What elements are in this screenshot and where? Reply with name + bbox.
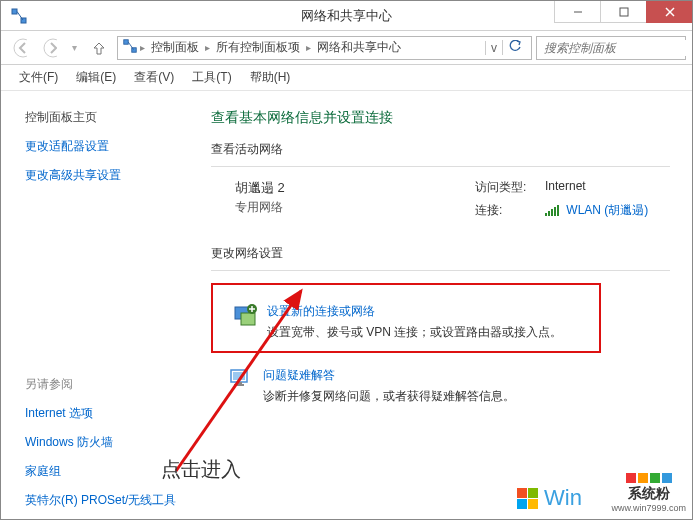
svg-rect-9 — [124, 40, 128, 44]
change-adapter-link[interactable]: 更改适配器设置 — [25, 138, 181, 155]
highlighted-region: 设置新的连接或网络 设置宽带、拨号或 VPN 连接；或设置路由器或接入点。 — [211, 283, 601, 353]
divider — [211, 166, 670, 167]
titlebar: 网络和共享中心 — [1, 1, 692, 31]
menu-bar: 文件(F) 编辑(E) 查看(V) 工具(T) 帮助(H) — [1, 65, 692, 91]
watermark-win-text: Win — [544, 485, 582, 511]
watermark-site-url: www.win7999.com — [611, 503, 686, 513]
content-area: 查看基本网络信息并设置连接 查看活动网络 胡邋遢 2 专用网络 访问类型: In… — [201, 91, 692, 519]
menu-file[interactable]: 文件(F) — [11, 66, 66, 89]
watermark-dots-icon — [611, 473, 686, 483]
chevron-right-icon: ▸ — [203, 42, 212, 53]
connections-label: 连接: — [475, 202, 545, 219]
windows-logo-icon — [517, 488, 538, 509]
troubleshoot-action[interactable]: 问题疑难解答 诊断并修复网络问题，或者获得疑难解答信息。 — [229, 367, 670, 405]
connection-link[interactable]: WLAN (胡邋遢) — [566, 203, 648, 217]
menu-edit[interactable]: 编辑(E) — [68, 66, 124, 89]
svg-rect-0 — [12, 9, 17, 14]
watermark-site: 系统粉 www.win7999.com — [611, 473, 686, 513]
setup-new-connection-action[interactable]: 设置新的连接或网络 设置宽带、拨号或 VPN 连接；或设置路由器或接入点。 — [233, 303, 589, 341]
control-panel-home-link[interactable]: 控制面板主页 — [25, 109, 181, 126]
divider — [211, 270, 670, 271]
breadcrumb-item[interactable]: 网络和共享中心 — [313, 39, 405, 56]
network-name: 胡邋遢 2 — [235, 179, 455, 197]
active-networks-label: 查看活动网络 — [211, 141, 670, 158]
svg-rect-4 — [620, 8, 628, 16]
see-also-label: 另请参阅 — [25, 376, 181, 393]
close-button[interactable] — [646, 1, 692, 23]
history-dropdown[interactable]: ▾ — [67, 35, 81, 61]
active-network-row: 胡邋遢 2 专用网络 访问类型: Internet 连接: WLAN (胡邋遢) — [235, 179, 670, 219]
access-type-label: 访问类型: — [475, 179, 545, 196]
change-network-settings-label: 更改网络设置 — [211, 245, 670, 262]
network-type: 专用网络 — [235, 199, 455, 216]
maximize-button[interactable] — [600, 1, 646, 23]
svg-rect-21 — [236, 382, 242, 384]
page-heading: 查看基本网络信息并设置连接 — [211, 109, 670, 127]
minimize-button[interactable] — [554, 1, 600, 23]
sidebar: 控制面板主页 更改适配器设置 更改高级共享设置 另请参阅 Internet 选项… — [1, 91, 201, 519]
chevron-right-icon: ▸ — [138, 42, 147, 53]
back-button[interactable] — [7, 35, 33, 61]
svg-rect-20 — [233, 372, 245, 380]
svg-rect-15 — [241, 313, 255, 325]
windows-firewall-link[interactable]: Windows 防火墙 — [25, 434, 181, 451]
forward-button[interactable] — [37, 35, 63, 61]
svg-rect-22 — [234, 384, 244, 386]
body: 控制面板主页 更改适配器设置 更改高级共享设置 另请参阅 Internet 选项… — [1, 91, 692, 519]
troubleshoot-desc: 诊断并修复网络问题，或者获得疑难解答信息。 — [263, 388, 515, 405]
wifi-signal-icon — [545, 205, 559, 216]
intel-proset-link[interactable]: 英特尔(R) PROSet/无线工具 — [25, 492, 181, 509]
up-button[interactable] — [85, 35, 113, 61]
homegroup-link[interactable]: 家庭组 — [25, 463, 181, 480]
watermark-win: Win — [517, 485, 582, 511]
app-icon — [5, 2, 33, 30]
internet-options-link[interactable]: Internet 选项 — [25, 405, 181, 422]
svg-line-11 — [128, 42, 133, 50]
breadcrumb-item[interactable]: 所有控制面板项 — [212, 39, 304, 56]
access-type-value: Internet — [545, 179, 648, 196]
search-box[interactable] — [536, 36, 686, 60]
troubleshoot-icon — [229, 367, 253, 391]
watermark-site-name: 系统粉 — [611, 485, 686, 503]
setup-connection-icon — [233, 303, 257, 327]
change-advanced-sharing-link[interactable]: 更改高级共享设置 — [25, 167, 181, 184]
menu-help[interactable]: 帮助(H) — [242, 66, 299, 89]
navigation-bar: ▾ ▸ 控制面板 ▸ 所有控制面板项 ▸ 网络和共享中心 v — [1, 31, 692, 65]
refresh-button[interactable] — [502, 40, 527, 55]
chevron-right-icon: ▸ — [304, 42, 313, 53]
svg-line-2 — [17, 11, 23, 20]
menu-tools[interactable]: 工具(T) — [184, 66, 239, 89]
annotation-text: 点击进入 — [161, 456, 241, 483]
setup-connection-desc: 设置宽带、拨号或 VPN 连接；或设置路由器或接入点。 — [267, 324, 562, 341]
window-controls — [554, 1, 692, 23]
address-dropdown[interactable]: v — [485, 41, 502, 55]
search-input[interactable] — [542, 40, 693, 56]
setup-connection-title: 设置新的连接或网络 — [267, 303, 562, 320]
troubleshoot-title: 问题疑难解答 — [263, 367, 515, 384]
address-icon — [122, 38, 138, 57]
address-bar[interactable]: ▸ 控制面板 ▸ 所有控制面板项 ▸ 网络和共享中心 v — [117, 36, 532, 60]
menu-view[interactable]: 查看(V) — [126, 66, 182, 89]
breadcrumb-item[interactable]: 控制面板 — [147, 39, 203, 56]
